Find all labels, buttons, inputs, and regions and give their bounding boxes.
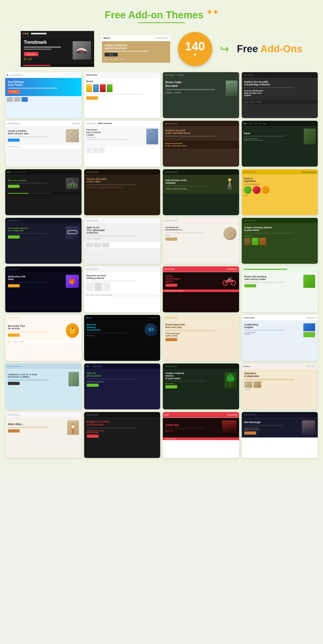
theme-thumb-gown[interactable]: Style Style Style Style Style Gown Moder… (242, 121, 318, 167)
theme-thumb-mens-fashion[interactable]: MENS FASHION THE BASICHALF-SLEEVET-SHIRT… (84, 121, 160, 167)
theme-thumb-glasses[interactable]: Prescription glassesand sunglasses (5, 218, 82, 264)
theme-thumb-coffee[interactable]: Choose the originof the coffee. Fancy re… (84, 169, 160, 215)
theme-thumb-bbq[interactable]: BARBECUE & GRILLACCESSORIES BARBECUE & G… (84, 412, 160, 458)
theme-thumb-trendmark[interactable]: Trendmark Shop Now $71.20 (21, 31, 94, 67)
theme-thumb-leadholding[interactable]: LEADHOLDING LeadholdingInsights Change R… (242, 315, 318, 361)
theme-thumb-gaming[interactable]: Gaming Best ProGamingAccessories Bestsel… (84, 315, 160, 361)
svg-line-5 (72, 181, 74, 182)
theme-thumb-gifty[interactable]: Gifty Gifts forall occasions Gifts for a… (84, 363, 160, 409)
svg-point-15 (152, 329, 153, 329)
svg-rect-8 (228, 186, 232, 189)
addons-label: Add-Ons (260, 43, 302, 54)
theme-thumb-kids[interactable]: Plastic kid standingSafe school Leader (242, 266, 318, 312)
theme-thumb-dress-code[interactable]: Dress CodeDecoded Feature Feature (163, 72, 239, 118)
svg-point-1 (77, 51, 79, 53)
theme-thumb-mountain[interactable]: THERESE PLACE OF A TRUEMOUNTAIN CLIMBER (5, 363, 82, 409)
spark-icon: ✦✦ (206, 8, 218, 16)
theme-thumb-altari[interactable]: Altari Alley... (5, 412, 82, 458)
theme-thumb-grocery-interior[interactable]: Create a Grocery InteriorIn your Home Be… (242, 218, 318, 264)
header-underline (138, 22, 185, 23)
theme-thumb-darktide[interactable]: Loan DARKTIDE Best Gifts Today Discounts (163, 412, 239, 458)
theme-thumb-tropical[interactable]: Create a tropicalInteriorIn your home Be… (163, 363, 239, 409)
theme-thumb-camping[interactable]: Feel at home at thecampsite Camp is what… (163, 169, 239, 215)
theme-thumb-jewelry-rings[interactable]: Unveiling theEnchantment of... $9.59 ... (163, 218, 239, 264)
svg-point-16 (152, 330, 153, 330)
theme-thumb-3[interactable]: Fast DeliveryEasy Travel Shop (5, 72, 82, 118)
theme-thumb-baby-toys[interactable]: Best baby Toysfor all Kids 👶 Kiddos Kidd… (5, 315, 82, 361)
badge-row: Trendmark Shop Now $71.20 (5, 31, 318, 67)
theme-thumb-rim-rectangle[interactable]: Rim Rectangle Modern and timelessglasses… (242, 412, 318, 458)
badge-number: 140 (185, 40, 205, 53)
theme-thumb-gift-shop[interactable]: Multicolour GiftShop 🎁 (5, 266, 82, 312)
theme-thumb-bestselling[interactable]: Discover our bestselling products Get a … (84, 266, 160, 312)
badge-circle: 140 + (178, 32, 212, 66)
arrow-icon: ↩ (220, 43, 229, 55)
svg-point-19 (227, 376, 231, 382)
theme-thumb-walk-on-air[interactable]: Walk on AirThe LightweightCollection Lov… (84, 218, 160, 264)
svg-point-11 (227, 280, 231, 282)
header-free-text: Free (105, 9, 128, 20)
header-title: Free Add-on Themes ✦✦ (5, 8, 318, 21)
page-wrapper: Free Add-on Themes ✦✦ Trendmark Shop Now (0, 0, 323, 466)
theme-thumb-jewellery[interactable]: Jewellery Jewellery& diamonds Jewellers (242, 363, 318, 409)
themes-grid: Fast DeliveryEasy Travel Shop +5,000 boo… (5, 72, 318, 458)
theme-thumb-fruits[interactable]: Fruits & Vegetables Fruits &Vegetables L… (242, 169, 318, 215)
theme-thumb-ducati[interactable]: MOTOSTORE Harley. Ducati SuperSport S (163, 266, 239, 312)
svg-point-20 (230, 376, 234, 382)
theme-thumb-chocolate[interactable]: Immerse yourselfin the chocolate flavor … (163, 121, 239, 167)
free-addons-text: Free Add-Ons (237, 43, 303, 55)
svg-rect-14 (150, 329, 150, 330)
theme-thumb-carryall[interactable]: Explore Our VersatileCarryall Bag Collec… (242, 72, 318, 118)
svg-point-2 (84, 51, 86, 53)
theme-thumb-4[interactable]: +5,000 books Books (84, 72, 160, 118)
theme-thumb-kitchen[interactable]: Create a Kitchenthat's all your own Kitc… (5, 121, 82, 167)
free-label: Free (237, 43, 260, 54)
theme-thumb-bakery[interactable]: Bread baked withlove every day The bread… (163, 315, 239, 361)
header-addon-text: Add-on Themes (128, 9, 203, 20)
theme-thumb-reef[interactable]: Reef Reef 3.0 Low Entry (5, 169, 82, 215)
header-section: Free Add-on Themes ✦✦ (5, 8, 318, 23)
badge-plus: + (193, 51, 197, 58)
theme-thumb-menci[interactable]: Menci Unique clothes forspecial occasion… (102, 35, 170, 63)
svg-rect-12 (148, 327, 154, 332)
